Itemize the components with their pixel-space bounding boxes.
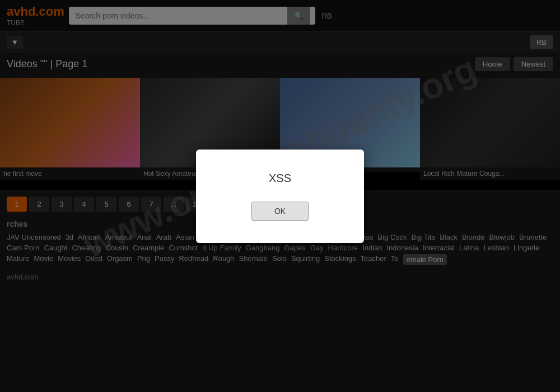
modal-ok-button[interactable]: OK xyxy=(251,202,309,221)
modal-title: XSS xyxy=(230,172,330,185)
modal-overlay[interactable]: XSS OK xyxy=(0,0,560,392)
modal-box: XSS OK xyxy=(196,150,364,243)
